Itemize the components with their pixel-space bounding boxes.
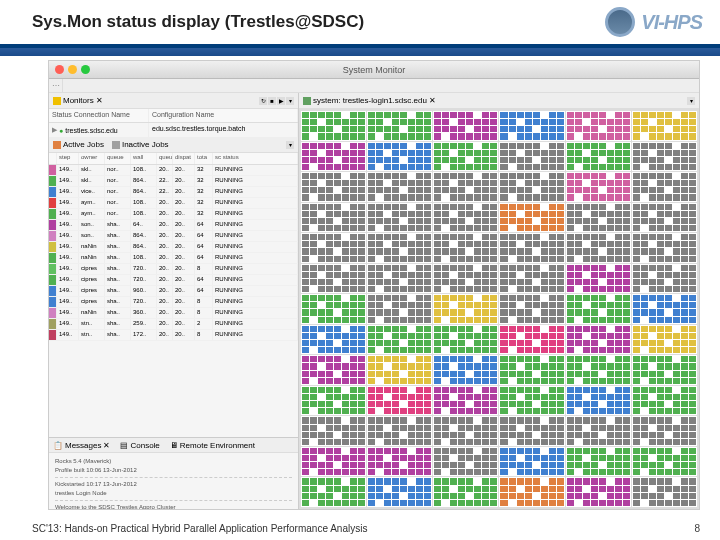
col-step[interactable]: step (57, 153, 79, 164)
refresh-icon[interactable]: ↻ (259, 97, 267, 105)
tab-remote[interactable]: 🖥 Remote Environment (170, 441, 255, 450)
compute-node[interactable] (433, 264, 498, 294)
compute-node[interactable] (632, 477, 697, 507)
col-queue[interactable]: queue (105, 153, 131, 164)
compute-node[interactable] (499, 233, 564, 263)
compute-node[interactable] (433, 172, 498, 202)
tab-system[interactable]: system: trestles-login1.sdsc.edu ✕ (303, 96, 436, 105)
compute-node[interactable] (367, 294, 432, 324)
compute-node[interactable] (367, 233, 432, 263)
compute-node[interactable] (301, 111, 366, 141)
minimize-icon[interactable] (68, 65, 77, 74)
compute-node[interactable] (566, 264, 631, 294)
job-row[interactable]: 149..aym..nor..108..20..20..32RUNNING (49, 209, 298, 220)
compute-node[interactable] (566, 386, 631, 416)
compute-node[interactable] (367, 325, 432, 355)
tab-messages[interactable]: 📋 Messages ✕ (53, 441, 110, 450)
compute-node[interactable] (433, 325, 498, 355)
node-grid[interactable] (299, 109, 699, 509)
zoom-icon[interactable] (81, 65, 90, 74)
jobs-menu-icon[interactable]: ▾ (286, 141, 294, 149)
compute-node[interactable] (632, 142, 697, 172)
job-row[interactable]: 149..cipressha..960..20..20..64RUNNING (49, 286, 298, 297)
compute-node[interactable] (301, 325, 366, 355)
compute-node[interactable] (433, 294, 498, 324)
compute-node[interactable] (566, 416, 631, 446)
compute-node[interactable] (433, 477, 498, 507)
compute-node[interactable] (499, 203, 564, 233)
col-config[interactable]: Configuration Name (149, 109, 298, 122)
compute-node[interactable] (499, 142, 564, 172)
col-tota[interactable]: tota (195, 153, 213, 164)
compute-node[interactable] (367, 355, 432, 385)
compute-node[interactable] (632, 386, 697, 416)
compute-node[interactable] (301, 447, 366, 477)
job-row[interactable]: 149..skl..nor..108..20..20..32RUNNING (49, 165, 298, 176)
tab-monitors[interactable]: Monitors ✕ (53, 96, 103, 105)
stop-icon[interactable]: ■ (268, 97, 276, 105)
compute-node[interactable] (301, 386, 366, 416)
job-row[interactable]: 149..stn..sha..172..20..20..8RUNNING (49, 330, 298, 341)
compute-node[interactable] (632, 172, 697, 202)
job-row[interactable]: 149..cipressha..720..20..20..8RUNNING (49, 297, 298, 308)
compute-node[interactable] (433, 203, 498, 233)
job-row[interactable]: 149..cipressha..720..20..20..64RUNNING (49, 275, 298, 286)
compute-node[interactable] (433, 386, 498, 416)
compute-node[interactable] (301, 203, 366, 233)
compute-node[interactable] (566, 325, 631, 355)
compute-node[interactable] (632, 416, 697, 446)
compute-node[interactable] (632, 264, 697, 294)
compute-node[interactable] (566, 172, 631, 202)
compute-node[interactable] (499, 386, 564, 416)
compute-node[interactable] (301, 477, 366, 507)
compute-node[interactable] (566, 355, 631, 385)
compute-node[interactable] (632, 203, 697, 233)
job-row[interactable]: 149..stn..sha..259..20..20..2RUNNING (49, 319, 298, 330)
job-row[interactable]: 149..naNinsha..864..20..20..64RUNNING (49, 242, 298, 253)
messages-body[interactable]: Rocks 5.4 (Maverick)Profile built 10:06 … (49, 453, 298, 509)
compute-node[interactable] (301, 294, 366, 324)
col-owner[interactable]: owner (79, 153, 105, 164)
col-status[interactable]: Status Connection Name (49, 109, 149, 122)
compute-node[interactable] (632, 233, 697, 263)
compute-node[interactable] (301, 416, 366, 446)
compute-node[interactable] (499, 111, 564, 141)
compute-node[interactable] (499, 447, 564, 477)
menu-icon[interactable]: ▾ (286, 97, 294, 105)
compute-node[interactable] (433, 416, 498, 446)
compute-node[interactable] (433, 111, 498, 141)
compute-node[interactable] (367, 172, 432, 202)
compute-node[interactable] (433, 233, 498, 263)
compute-node[interactable] (632, 447, 697, 477)
titlebar[interactable]: System Monitor (49, 61, 699, 79)
job-row[interactable]: 149..aym..nor..108..20..20..32RUNNING (49, 198, 298, 209)
compute-node[interactable] (301, 355, 366, 385)
toolbar-btn[interactable]: ⋯ (49, 79, 63, 93)
job-row[interactable]: 149..vice..nor..864..22..20..32RUNNING (49, 187, 298, 198)
tab-inactive-jobs[interactable]: Inactive Jobs (112, 140, 169, 149)
compute-node[interactable] (367, 264, 432, 294)
job-row[interactable]: 149..son..sha..864..20..20..64RUNNING (49, 231, 298, 242)
compute-node[interactable] (632, 294, 697, 324)
compute-node[interactable] (499, 172, 564, 202)
compute-node[interactable] (499, 325, 564, 355)
compute-node[interactable] (566, 294, 631, 324)
compute-node[interactable] (367, 416, 432, 446)
compute-node[interactable] (566, 447, 631, 477)
compute-node[interactable] (301, 233, 366, 263)
compute-node[interactable] (499, 416, 564, 446)
compute-node[interactable] (367, 111, 432, 141)
close-icon[interactable] (55, 65, 64, 74)
compute-node[interactable] (367, 203, 432, 233)
compute-node[interactable] (566, 233, 631, 263)
compute-node[interactable] (566, 203, 631, 233)
compute-node[interactable] (367, 386, 432, 416)
compute-node[interactable] (499, 477, 564, 507)
job-row[interactable]: 149..son..sha..64..20..20..64RUNNING (49, 220, 298, 231)
col-q[interactable]: queue (157, 153, 173, 164)
compute-node[interactable] (632, 111, 697, 141)
compute-node[interactable] (566, 142, 631, 172)
compute-node[interactable] (632, 325, 697, 355)
job-row[interactable]: 149..skl..nor..864..22..20..32RUNNING (49, 176, 298, 187)
sys-menu-icon[interactable]: ▾ (687, 97, 695, 105)
